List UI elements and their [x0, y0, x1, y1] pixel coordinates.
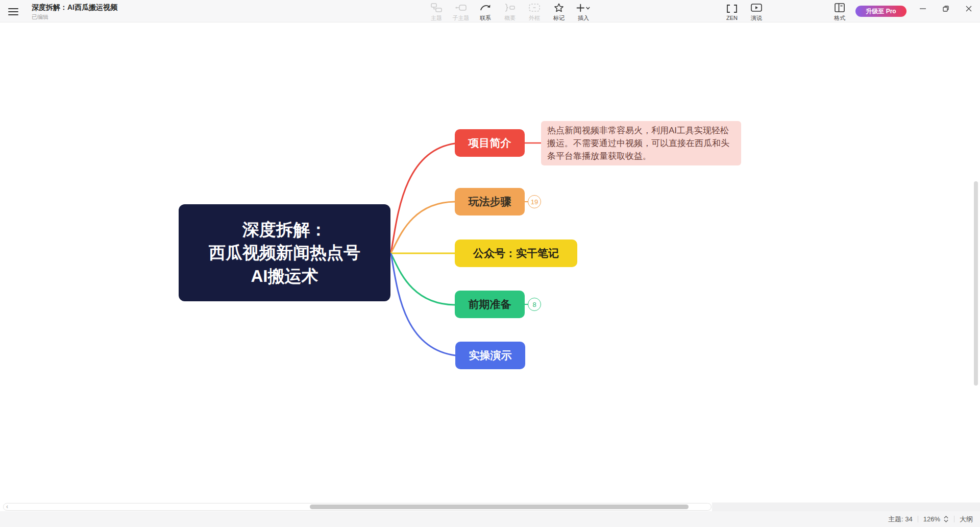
collapsed-count-badge-gameplay[interactable]: 19	[528, 195, 541, 208]
branch-preparation[interactable]: 前期准备	[455, 291, 525, 318]
close-icon	[965, 5, 972, 12]
horizontal-scrollbar[interactable]: ‹	[3, 503, 712, 511]
toolbar-insert-button[interactable]: 插入	[571, 0, 596, 22]
branch-project-intro[interactable]: 项目简介	[455, 129, 525, 157]
outline-toggle[interactable]: 大纲	[960, 515, 973, 524]
boundary-icon	[528, 3, 541, 13]
close-button[interactable]	[957, 0, 980, 17]
branch-live-demo[interactable]: 实操演示	[455, 342, 525, 369]
toolbar-marker-button[interactable]: 标记	[547, 0, 571, 22]
toolbar-insert-label: 插入	[578, 14, 589, 22]
note-callout[interactable]: 热点新闻视频非常容易火，利用AI工具实现轻松搬运。不需要通过中视频，可以直接在西…	[541, 121, 741, 165]
status-bar: 主题: 34 126% 大纲	[0, 511, 980, 527]
document-info: 深度拆解：AI西瓜搬运视频 已编辑	[32, 3, 117, 21]
minimize-icon	[919, 5, 926, 12]
menu-icon[interactable]	[8, 7, 20, 16]
document-title: 深度拆解：AI西瓜搬运视频	[32, 3, 117, 12]
toolbar-relationship-button[interactable]: 联系	[473, 0, 498, 22]
toolbar-zen-button[interactable]: ZEN	[720, 0, 744, 22]
branch-wechat-account[interactable]: 公众号：实干笔记	[455, 239, 577, 267]
restore-button[interactable]	[934, 0, 957, 17]
star-icon	[553, 3, 565, 13]
toolbar-format-group: 格式	[827, 0, 852, 22]
branch-gameplay-steps[interactable]: 玩法步骤	[455, 188, 525, 215]
scrollbar-corner	[712, 502, 980, 511]
toolbar-right: ZEN 演说	[720, 0, 769, 22]
topic-icon	[430, 3, 443, 13]
root-topic-line3: AI搬运术	[251, 265, 318, 288]
format-panel-icon	[834, 3, 845, 13]
root-topic-line2: 西瓜视频新闻热点号	[209, 241, 360, 265]
topics-count: 主题: 34	[888, 515, 913, 524]
titlebar: 深度拆解：AI西瓜搬运视频 已编辑 主题 子主题 联系 概要	[0, 0, 980, 22]
toolbar-summary-label: 概要	[504, 14, 516, 22]
summary-icon	[504, 3, 516, 13]
horizontal-scrollbar-thumb[interactable]	[310, 505, 689, 509]
restore-icon	[942, 5, 949, 12]
zen-brackets-icon	[726, 3, 738, 14]
relationship-icon	[479, 3, 492, 13]
toolbar-boundary-label: 外框	[529, 14, 540, 22]
zoom-level: 126%	[923, 515, 940, 523]
plus-chevron-icon	[576, 3, 591, 13]
toolbar-marker-label: 标记	[553, 14, 565, 22]
upgrade-pro-button[interactable]: 升级至 Pro	[855, 6, 906, 17]
play-rect-icon	[750, 3, 763, 13]
toolbar-topic-label: 主题	[431, 14, 442, 22]
document-save-status: 已编辑	[32, 13, 117, 21]
window-controls	[911, 0, 980, 17]
status-divider	[954, 516, 954, 522]
toolbar-center: 主题 子主题 联系 概要 外框	[424, 0, 596, 22]
zoom-stepper-icon[interactable]	[943, 515, 949, 523]
toolbar-pitch-button[interactable]: 演说	[744, 0, 769, 22]
toolbar-summary-button[interactable]: 概要	[498, 0, 522, 22]
root-topic[interactable]: 深度拆解： 西瓜视频新闻热点号 AI搬运术	[179, 204, 390, 301]
subtopic-icon	[455, 3, 467, 13]
toolbar-topic-button[interactable]: 主题	[424, 0, 449, 22]
toolbar-zen-label: ZEN	[726, 15, 738, 21]
vertical-scrollbar-thumb[interactable]	[974, 181, 978, 386]
toolbar-subtopic-label: 子主题	[453, 14, 470, 22]
scroll-left-arrow-icon[interactable]: ‹	[6, 503, 8, 511]
toolbar-format-button[interactable]: 格式	[827, 0, 852, 22]
toolbar-subtopic-button[interactable]: 子主题	[449, 0, 473, 22]
collapsed-count-badge-preparation[interactable]: 8	[528, 298, 541, 311]
status-divider	[918, 516, 918, 522]
root-topic-line1: 深度拆解：	[242, 218, 327, 242]
toolbar-relationship-label: 联系	[480, 14, 491, 22]
toolbar-format-label: 格式	[834, 14, 845, 22]
toolbar-pitch-label: 演说	[751, 14, 762, 22]
minimize-button[interactable]	[911, 0, 934, 17]
zoom-control[interactable]: 126%	[923, 515, 949, 523]
toolbar-boundary-button[interactable]: 外框	[522, 0, 547, 22]
